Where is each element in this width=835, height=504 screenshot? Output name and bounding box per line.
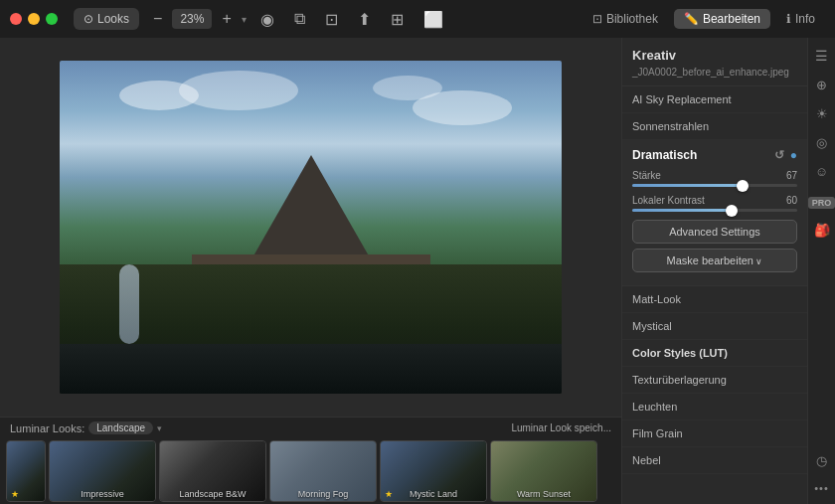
grid-button[interactable]: ⊞ <box>385 8 410 31</box>
staerke-label: Stärke <box>632 170 661 181</box>
crop-button[interactable]: ⊡ <box>319 8 344 31</box>
right-panel: Kreativ _J0A0002_before_ai_enhance.jpeg … <box>621 38 835 504</box>
thumb-star-partial: ★ <box>11 489 19 499</box>
color-styles-item[interactable]: Color Styles (LUT) <box>622 340 807 367</box>
zoom-in-button[interactable]: + <box>216 8 237 30</box>
kontrast-label-row: Lokaler Kontrast 60 <box>632 195 797 206</box>
dramatisch-title-row: Dramatisch ↺ ● <box>632 148 797 162</box>
kontrast-slider-row: Lokaler Kontrast 60 <box>632 195 797 212</box>
zoom-out-button[interactable]: − <box>147 8 168 30</box>
thumbnails-row: ★ Impressive Landscape B&W Morning Fog M… <box>0 438 621 504</box>
side-icon-color[interactable]: ◎ <box>816 135 827 150</box>
film-grain-item[interactable]: Film Grain <box>622 420 807 447</box>
side-icon-brightness[interactable]: ☀ <box>816 106 828 121</box>
staerke-value: 67 <box>786 170 797 181</box>
dramatisch-section: Dramatisch ↺ ● Stärke 67 <box>622 140 807 286</box>
info-icon: ℹ <box>786 12 791 26</box>
kontrast-fill <box>632 209 732 212</box>
thumb-mystic-land[interactable]: Mystic Land ★ <box>380 440 487 502</box>
kontrast-track[interactable] <box>632 209 797 212</box>
expand-button[interactable]: ⬜ <box>418 8 449 31</box>
traffic-lights <box>10 13 58 25</box>
zoom-value[interactable]: 23% <box>172 9 212 29</box>
side-icon-2[interactable]: ⊕ <box>816 78 827 92</box>
textur-item[interactable]: Texturüberlagerung <box>622 367 807 394</box>
maske-button[interactable]: Maske bearbeiten <box>632 249 797 272</box>
bottom-strip: Luminar Looks: Landscape ▾ Luminar Look … <box>0 417 621 504</box>
filename-label: _J0A0002_before_ai_enhance.jpeg <box>622 67 807 86</box>
staerke-thumb <box>737 180 749 192</box>
thumb-morning-fog[interactable]: Morning Fog <box>269 440 377 502</box>
maximize-button[interactable] <box>46 13 58 25</box>
staerke-track[interactable] <box>632 184 797 187</box>
preview-button[interactable]: ◉ <box>254 8 280 31</box>
mystical-item[interactable]: Mystical <box>622 313 807 340</box>
cloud-2 <box>179 71 298 110</box>
reset-icon[interactable]: ↺ <box>774 148 784 162</box>
side-icon-clock[interactable]: ◷ <box>816 453 827 468</box>
looks-label: Looks <box>97 12 129 26</box>
looks-label-row: Luminar Looks: Landscape ▾ <box>10 421 162 434</box>
water-area <box>60 264 562 394</box>
share-button[interactable]: ⬆ <box>352 8 377 31</box>
right-tabs: ⊡ Bibliothek ✏️ Bearbeiten ℹ Info <box>583 9 825 29</box>
looks-text: Luminar Looks: <box>10 422 84 434</box>
advanced-settings-button[interactable]: Advanced Settings <box>632 220 797 244</box>
thumb-landscape-bw[interactable]: Landscape B&W <box>159 440 266 502</box>
nebel-item[interactable]: Nebel <box>622 447 807 474</box>
staerke-slider-row: Stärke 67 <box>632 170 797 187</box>
toggle-icon[interactable]: ● <box>790 148 797 162</box>
thumb-label-warm: Warm Sunset <box>491 489 596 499</box>
looks-icon: ⊙ <box>84 12 93 26</box>
leuchten-item[interactable]: Leuchten <box>622 394 807 420</box>
minimize-button[interactable] <box>28 13 40 25</box>
water-reflection <box>60 344 562 394</box>
tab-bibliothek[interactable]: ⊡ Bibliothek <box>583 9 668 29</box>
canvas-image <box>60 61 562 394</box>
thumb-label-mystic: Mystic Land <box>381 489 486 499</box>
thumb-label-bw: Landscape B&W <box>160 489 265 499</box>
side-icon-1[interactable]: ☰ <box>815 48 828 64</box>
close-button[interactable] <box>10 13 22 25</box>
looks-category[interactable]: Landscape <box>88 421 153 434</box>
staerke-fill <box>632 184 743 187</box>
zoom-control: − 23% + ▾ <box>147 8 247 30</box>
side-icon-face[interactable]: ☺ <box>815 164 828 179</box>
category-chevron[interactable]: ▾ <box>157 423 162 433</box>
kontrast-thumb <box>726 205 738 217</box>
bibliothek-icon: ⊡ <box>592 12 602 26</box>
matt-look-item[interactable]: Matt-Look <box>622 286 807 313</box>
kontrast-value: 60 <box>786 195 797 206</box>
thumb-star-mystic: ★ <box>385 489 393 499</box>
thumb-warm-sunset[interactable]: Warm Sunset <box>490 440 597 502</box>
right-panel-inner: Kreativ _J0A0002_before_ai_enhance.jpeg … <box>622 38 835 504</box>
canvas-area <box>0 38 621 417</box>
thumb-impressive[interactable]: Impressive <box>49 440 156 502</box>
split-view-button[interactable]: ⧉ <box>288 8 311 30</box>
pro-badge-icon: PRO <box>808 193 835 209</box>
kreativ-title: Kreativ <box>622 38 807 67</box>
dramatisch-icons: ↺ ● <box>774 148 797 162</box>
tab-info[interactable]: ℹ Info <box>776 9 825 29</box>
bearbeiten-icon: ✏️ <box>684 12 699 26</box>
title-bar: ⊙ Looks − 23% + ▾ ◉ ⧉ ⊡ ⬆ ⊞ ⬜ ⊡ Biblioth… <box>0 0 835 38</box>
save-look-button[interactable]: Luminar Look speich... <box>511 422 611 433</box>
dramatisch-label: Dramatisch <box>632 148 697 162</box>
zoom-dropdown-icon[interactable]: ▾ <box>242 14 247 25</box>
thumb-label-fog: Morning Fog <box>270 489 376 499</box>
tab-bearbeiten[interactable]: ✏️ Bearbeiten <box>674 9 770 29</box>
cloud-4 <box>373 76 442 100</box>
left-panel: Luminar Looks: Landscape ▾ Luminar Look … <box>0 38 621 504</box>
thumb-partial[interactable]: ★ <box>6 440 46 502</box>
ai-sky-item[interactable]: AI Sky Replacement <box>622 86 807 113</box>
waterfall <box>119 264 139 344</box>
side-icon-more[interactable]: ••• <box>814 482 829 494</box>
side-icon-bag[interactable]: 🎒 <box>814 223 830 238</box>
thumb-label-impressive: Impressive <box>50 489 155 499</box>
looks-button[interactable]: ⊙ Looks <box>74 8 139 30</box>
staerke-label-row: Stärke 67 <box>632 170 797 181</box>
kontrast-label: Lokaler Kontrast <box>632 195 705 206</box>
sonnenstrahlen-item[interactable]: Sonnenstrahlen <box>622 113 807 140</box>
main-content: Luminar Looks: Landscape ▾ Luminar Look … <box>0 38 835 504</box>
bottom-strip-header: Luminar Looks: Landscape ▾ Luminar Look … <box>0 418 621 438</box>
